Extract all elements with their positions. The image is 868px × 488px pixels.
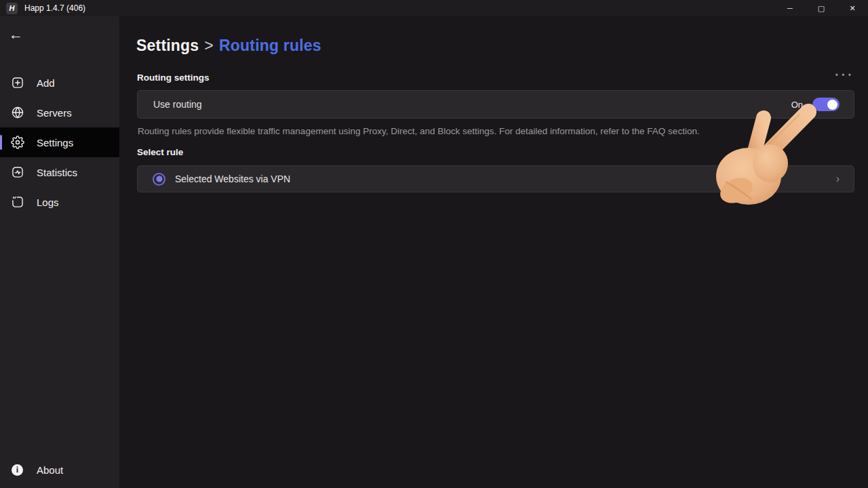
use-routing-row: Use routing On xyxy=(137,90,854,119)
use-routing-label: Use routing xyxy=(153,99,202,110)
sidebar-item-label: Statistics xyxy=(37,167,77,178)
add-square-icon xyxy=(11,76,24,89)
breadcrumb-separator: > xyxy=(199,37,219,54)
radio-dot xyxy=(156,176,162,182)
maximize-button[interactable]: ▢ xyxy=(806,0,837,16)
toggle-state-label: On xyxy=(791,100,803,110)
routing-description: Routing rules provide flexible traffic m… xyxy=(138,126,700,136)
sidebar-item-add[interactable]: Add xyxy=(0,68,119,98)
sidebar-item-label: Logs xyxy=(37,197,59,208)
more-options-button[interactable]: • • • xyxy=(835,70,852,80)
rule-radio-button[interactable] xyxy=(153,173,165,186)
rule-row[interactable]: Selected Websites via VPN › xyxy=(137,165,854,192)
sidebar: ← Add Servers Settings Statistics xyxy=(0,16,119,488)
sidebar-item-statistics[interactable]: Statistics xyxy=(0,157,119,187)
app-title: Happ 1.4.7 (406) xyxy=(24,3,85,13)
activity-icon xyxy=(11,165,24,179)
globe-icon xyxy=(11,106,24,119)
sidebar-nav: Add Servers Settings Statistics Logs xyxy=(0,68,119,217)
info-icon: i xyxy=(12,464,23,476)
routing-settings-heading: Routing settings xyxy=(137,73,210,83)
page-title: Routing rules xyxy=(219,37,321,54)
back-button[interactable]: ← xyxy=(9,27,23,41)
app-logo-icon: H xyxy=(6,3,18,14)
breadcrumb: Settings>Routing rules xyxy=(136,37,321,55)
sidebar-item-label: Settings xyxy=(37,137,73,148)
logs-icon xyxy=(11,195,24,209)
chevron-right-icon: › xyxy=(836,173,840,185)
sidebar-item-servers[interactable]: Servers xyxy=(0,98,119,127)
sidebar-item-about[interactable]: i About xyxy=(0,457,119,483)
sidebar-item-logs[interactable]: Logs xyxy=(0,187,119,217)
use-routing-toggle[interactable] xyxy=(812,98,840,111)
sidebar-item-label: Servers xyxy=(37,107,72,119)
sidebar-item-label: Add xyxy=(37,77,55,89)
use-routing-toggle-group: On xyxy=(791,98,840,111)
breadcrumb-parent[interactable]: Settings xyxy=(136,37,199,54)
main-content: Settings>Routing rules Routing settings … xyxy=(119,16,868,488)
sidebar-item-settings[interactable]: Settings xyxy=(0,127,119,157)
rule-label: Selected Websites via VPN xyxy=(175,174,290,184)
gear-icon xyxy=(11,136,24,149)
toggle-knob xyxy=(827,100,837,110)
titlebar: H Happ 1.4.7 (406) ─ ▢ ✕ xyxy=(0,0,868,16)
minimize-button[interactable]: ─ xyxy=(774,0,806,16)
about-label: About xyxy=(37,464,63,476)
window-controls: ─ ▢ ✕ xyxy=(774,0,868,16)
select-rule-heading: Select rule xyxy=(137,147,183,157)
close-button[interactable]: ✕ xyxy=(837,0,868,16)
